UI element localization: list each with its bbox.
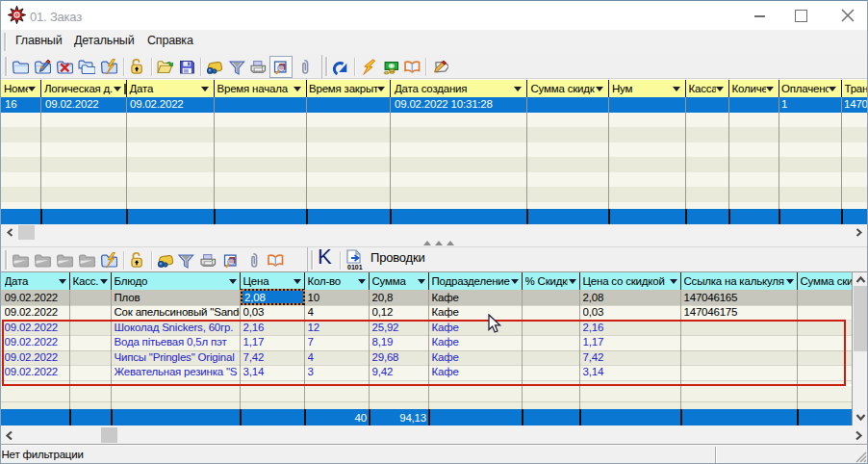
svg-text:0101: 0101 bbox=[347, 264, 363, 271]
